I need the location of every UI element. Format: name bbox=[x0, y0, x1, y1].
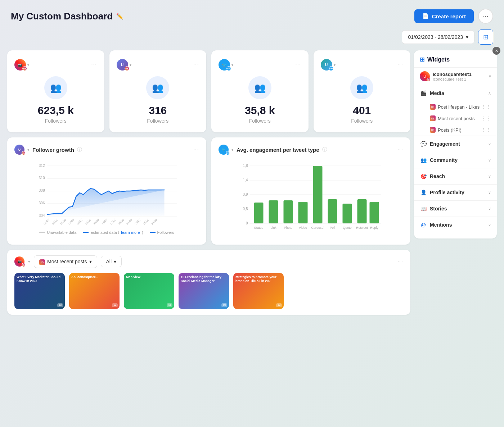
svg-text:Carousel: Carousel bbox=[311, 226, 324, 230]
followers-icon-4: 👥 bbox=[356, 82, 368, 94]
chevron-down-icon-1: ▾ bbox=[27, 63, 29, 67]
post-preview-3[interactable]: Map view 🖼 bbox=[124, 273, 174, 309]
svg-text:Poll: Poll bbox=[330, 226, 335, 230]
sidebar-engagement-title: 💬 Engagement bbox=[420, 140, 460, 147]
grid-view-button[interactable]: ⊞ bbox=[478, 29, 493, 45]
post-title-1: What Every Marketer Should Know In 2023 bbox=[17, 275, 63, 283]
sidebar-section-reach-header[interactable]: 🎯 Reach ∨ bbox=[414, 168, 497, 184]
sidebar-section-engagement-header[interactable]: 💬 Engagement ∨ bbox=[414, 136, 497, 152]
sidebar-section-mentions-header[interactable]: @ Mentions ∨ bbox=[414, 217, 497, 233]
kpi-card-header-2: U IG ▾ ··· bbox=[117, 59, 199, 71]
kpi-card-3: 🐦 TW ▾ ··· 👥 35,8 k Followers bbox=[211, 50, 309, 132]
post-preview-5[interactable]: strategies to promote your brand on TikT… bbox=[233, 273, 284, 309]
drag-handle-recent[interactable]: ⋮⋮ bbox=[481, 115, 491, 121]
posts-chevron: ▾ bbox=[28, 259, 30, 264]
card-menu-3[interactable]: ··· bbox=[295, 62, 301, 68]
svg-text:07/02: 07/02 bbox=[68, 218, 75, 225]
header-right: 📄 Create report ··· bbox=[414, 9, 493, 24]
avatar-1: 📷 IG bbox=[14, 59, 26, 71]
kpi-label-3: Followers bbox=[249, 118, 271, 124]
account-badge-2[interactable]: U IG ▾ bbox=[117, 59, 131, 71]
sidebar-account-info: U IG iconosquaretest1 Iconosquare Test 1 bbox=[420, 71, 472, 81]
header-left: My Custom Dashboard ✏️ bbox=[11, 11, 123, 22]
sidebar-account-section[interactable]: U IG iconosquaretest1 Iconosquare Test 1… bbox=[414, 67, 497, 85]
post-preview-4[interactable]: 10 Freelancing for the lazy Social Media… bbox=[179, 273, 229, 309]
sidebar-reach-title: 🎯 Reach bbox=[420, 173, 445, 180]
sidebar-item-posts-kpi[interactable]: IG Posts (KPI) ⋮⋮ bbox=[414, 124, 497, 136]
sidebar-mentions-title: @ Mentions bbox=[420, 221, 452, 228]
sidebar-section-media-header[interactable]: 🎬 Media ∧ bbox=[414, 85, 497, 101]
post-previews-row: What Every Marketer Should Know In 2023 … bbox=[14, 273, 403, 309]
sidebar-section-profile-activity-header[interactable]: 👤 Profile activity ∨ bbox=[414, 185, 497, 200]
card-menu-4[interactable]: ··· bbox=[397, 62, 403, 68]
svg-text:01/02: 01/02 bbox=[43, 218, 50, 225]
create-report-button[interactable]: 📄 Create report bbox=[414, 9, 474, 23]
drag-handle-lifespan[interactable]: ⋮⋮ bbox=[481, 104, 491, 110]
card-menu-1[interactable]: ··· bbox=[91, 62, 97, 68]
svg-text:Reply: Reply bbox=[370, 226, 379, 230]
media-icon: 🎬 bbox=[420, 90, 427, 97]
svg-rect-42 bbox=[313, 166, 323, 223]
engagement-chart-menu[interactable]: ··· bbox=[397, 146, 403, 153]
svg-text:312: 312 bbox=[39, 164, 45, 168]
follower-growth-chart: 312 310 308 306 304 bbox=[14, 160, 199, 225]
sidebar-profile-activity-title: 👤 Profile activity bbox=[420, 189, 464, 196]
post-tag-4: 🖼 bbox=[221, 303, 227, 307]
svg-text:Video: Video bbox=[299, 226, 307, 230]
avg-engagement-title: Avg. engagement per tweet type bbox=[237, 147, 319, 153]
card-menu-2[interactable]: ··· bbox=[193, 62, 199, 68]
account-badge-4[interactable]: U TW ▾ bbox=[321, 59, 336, 71]
ig-platform-dot-2: IG bbox=[125, 66, 129, 71]
profile-activity-icon: 👤 bbox=[420, 189, 427, 196]
avg-engagement-card: 🐦 TW ▾ Avg. engagement per tweet type ⓘ … bbox=[211, 137, 410, 245]
sidebar-section-stories-header[interactable]: 📖 Stories ∨ bbox=[414, 201, 497, 217]
learn-more-link[interactable]: learn more bbox=[121, 230, 140, 235]
followers-icon-circle-3: 👥 bbox=[248, 76, 271, 99]
kpi-card-1: 📷 IG ▾ ··· 👥 623,5 k Followers bbox=[7, 50, 104, 132]
kpi-value-1: 623,5 k bbox=[38, 104, 74, 117]
sidebar-account-chevron: ▾ bbox=[489, 74, 491, 79]
avg-engagement-chart: 1,8 1,4 0,9 0,5 0 Status bbox=[219, 160, 403, 236]
svg-text:306: 306 bbox=[39, 201, 45, 205]
chart-title-group-growth: U IG ▾ Follower growth ⓘ bbox=[14, 145, 82, 155]
sidebar-item-recent-posts[interactable]: IG Most recent posts ⋮⋮ bbox=[414, 113, 497, 124]
community-chevron-icon: ∨ bbox=[488, 158, 491, 163]
follower-growth-title: Follower growth bbox=[32, 147, 74, 153]
posts-section-menu[interactable]: ··· bbox=[397, 258, 403, 265]
content-area: 📷 IG ▾ ··· 👥 623,5 k Followers bbox=[4, 50, 414, 315]
post-card-inner-1: What Every Marketer Should Know In 2023 … bbox=[14, 273, 65, 309]
posts-filter-recent[interactable]: IG Most recent posts ▾ bbox=[34, 255, 97, 268]
avatar-3: 🐦 TW bbox=[219, 59, 230, 71]
sidebar-section-reach: 🎯 Reach ∨ bbox=[414, 168, 497, 184]
close-sidebar-button[interactable]: ✕ bbox=[492, 47, 500, 55]
svg-rect-38 bbox=[284, 200, 293, 223]
svg-text:27/02: 27/02 bbox=[150, 218, 158, 225]
sidebar-section-community-header[interactable]: 👥 Community ∨ bbox=[414, 152, 497, 168]
account-badge-1[interactable]: 📷 IG ▾ bbox=[14, 59, 29, 71]
page-header: My Custom Dashboard ✏️ 📄 Create report ·… bbox=[0, 0, 504, 29]
svg-text:15/02: 15/02 bbox=[101, 218, 108, 225]
date-range-selector[interactable]: 01/02/2023 - 28/02/2023 ▾ bbox=[402, 30, 474, 44]
all-chevron-icon: ▾ bbox=[114, 259, 116, 264]
account-badge-3[interactable]: 🐦 TW ▾ bbox=[219, 59, 233, 71]
posts-filter-all[interactable]: All ▾ bbox=[101, 256, 122, 267]
kpi-card-header-3: 🐦 TW ▾ ··· bbox=[219, 59, 301, 71]
followers-icon-2: 👥 bbox=[152, 82, 163, 94]
sidebar-section-profile-activity: 👤 Profile activity ∨ bbox=[414, 184, 497, 200]
chart-title-group-engagement: 🐦 TW ▾ Avg. engagement per tweet type ⓘ bbox=[219, 145, 327, 155]
post-preview-2[interactable]: An Iconosquare... 🖼 bbox=[69, 273, 120, 309]
reach-chevron-icon: ∨ bbox=[488, 174, 491, 179]
sidebar-item-post-lifespan[interactable]: IG Post lifespan - Likes ⋮⋮ bbox=[414, 101, 497, 113]
post-title-4: 10 Freelancing for the lazy Social Media… bbox=[181, 275, 227, 283]
kpi-label-4: Followers bbox=[351, 118, 373, 124]
svg-text:0: 0 bbox=[246, 221, 248, 225]
filter-chevron-icon: ▾ bbox=[89, 259, 92, 264]
drag-handle-kpi[interactable]: ⋮⋮ bbox=[481, 127, 491, 133]
profile-activity-chevron-icon: ∨ bbox=[488, 190, 491, 195]
post-preview-1[interactable]: What Every Marketer Should Know In 2023 … bbox=[14, 273, 65, 309]
chevron-down-icon: ▾ bbox=[466, 34, 468, 40]
post-tag-2: 🖼 bbox=[112, 303, 118, 307]
edit-icon[interactable]: ✏️ bbox=[116, 13, 123, 20]
growth-chart-menu[interactable]: ··· bbox=[193, 146, 199, 153]
more-options-button[interactable]: ··· bbox=[478, 9, 493, 24]
